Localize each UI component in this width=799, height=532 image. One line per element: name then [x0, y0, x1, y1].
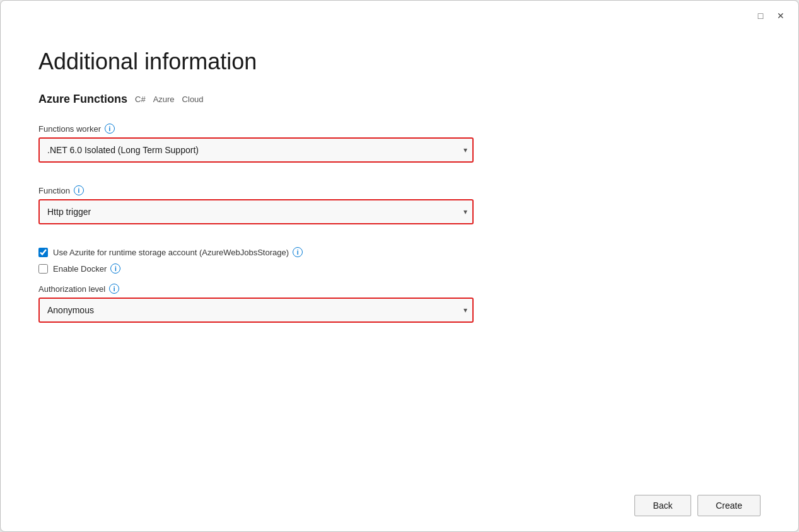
- function-select[interactable]: Http trigger Timer trigger Blob trigger …: [38, 199, 474, 224]
- maximize-button[interactable]: □: [753, 8, 768, 23]
- tag-csharp: C#: [135, 95, 146, 104]
- authorization-level-group: Authorization level i Anonymous Function…: [38, 284, 761, 335]
- page-title: Additional information: [38, 49, 761, 75]
- title-bar: □ ✕: [1, 1, 798, 23]
- functions-worker-label: Functions worker i: [38, 124, 761, 134]
- subtitle-main: Azure Functions: [38, 93, 127, 106]
- tag-cloud: Cloud: [182, 95, 204, 104]
- functions-worker-group: Functions worker i .NET 6.0 Isolated (Lo…: [38, 124, 761, 175]
- functions-worker-select[interactable]: .NET 6.0 Isolated (Long Term Support) .N…: [38, 137, 474, 163]
- form-section: Functions worker i .NET 6.0 Isolated (Lo…: [38, 124, 761, 345]
- function-label: Function i: [38, 185, 761, 195]
- authorization-level-dropdown-wrapper: Anonymous Function Admin ▾: [38, 298, 474, 323]
- function-dropdown-wrapper: Http trigger Timer trigger Blob trigger …: [38, 199, 474, 224]
- content-area: Additional information Azure Functions C…: [1, 23, 798, 485]
- authorization-level-label: Authorization level i: [38, 284, 761, 294]
- enable-docker-row: Enable Docker i: [38, 263, 761, 274]
- enable-docker-checkbox[interactable]: [38, 264, 48, 274]
- use-azurite-info-icon[interactable]: i: [293, 247, 303, 257]
- functions-worker-info-icon[interactable]: i: [105, 124, 115, 134]
- enable-docker-info-icon[interactable]: i: [110, 263, 120, 274]
- back-button[interactable]: Back: [634, 495, 691, 516]
- footer: Back Create: [1, 485, 798, 531]
- close-button[interactable]: ✕: [773, 8, 788, 23]
- function-info-icon[interactable]: i: [74, 185, 84, 195]
- main-window: □ ✕ Additional information Azure Functio…: [0, 0, 799, 532]
- authorization-level-select[interactable]: Anonymous Function Admin: [38, 298, 474, 323]
- subtitle-row: Azure Functions C# Azure Cloud: [38, 93, 761, 106]
- use-azurite-label: Use Azurite for runtime storage account …: [53, 247, 303, 257]
- tag-azure: Azure: [153, 95, 175, 104]
- function-group: Function i Http trigger Timer trigger Bl…: [38, 185, 761, 237]
- create-button[interactable]: Create: [697, 495, 761, 516]
- functions-worker-dropdown-wrapper: .NET 6.0 Isolated (Long Term Support) .N…: [38, 137, 474, 163]
- enable-docker-label: Enable Docker i: [53, 263, 120, 274]
- use-azurite-checkbox[interactable]: [38, 248, 48, 257]
- use-azurite-row: Use Azurite for runtime storage account …: [38, 247, 761, 257]
- authorization-level-info-icon[interactable]: i: [109, 284, 119, 294]
